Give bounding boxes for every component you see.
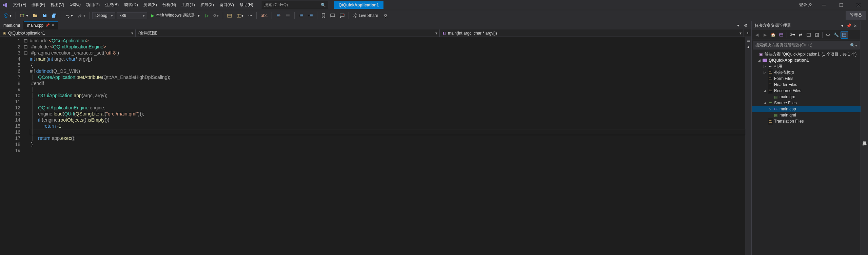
close-button[interactable] — [851, 0, 866, 10]
global-search-input[interactable]: 搜索 (Ctrl+Q) 🔍 — [261, 1, 329, 9]
uncomment-button[interactable] — [338, 12, 346, 19]
project-node[interactable]: ◢++QtQuickApplication1 — [752, 57, 861, 63]
qml-icon: ▤ — [773, 113, 778, 118]
solution-panel-title: 解决方案资源管理器 — [754, 23, 839, 28]
menu-item[interactable]: 调试(D) — [121, 0, 141, 10]
toolbox-3-button[interactable]: ⋯ — [246, 12, 254, 19]
live-share-button[interactable]: Live Share — [351, 12, 380, 19]
tab-dropdown-button[interactable]: ▾ — [735, 22, 741, 29]
menu-item[interactable]: 窗口(W) — [217, 0, 237, 10]
undo-button[interactable]: ▾ — [63, 12, 75, 19]
form-files-node[interactable]: 🗀Form Files — [752, 76, 861, 82]
svg-point-8 — [384, 14, 387, 16]
menu-item[interactable]: 测试(S) — [141, 0, 160, 10]
folder-icon: 🗀 — [768, 75, 773, 82]
menu-item[interactable]: 编辑(E) — [29, 0, 48, 10]
open-file-button[interactable] — [31, 12, 39, 19]
search-icon: 🔍 — [321, 3, 326, 7]
login-button[interactable]: 登录 — [797, 1, 814, 9]
header-files-node[interactable]: 🗀Header Files — [752, 82, 861, 88]
code-editor[interactable]: #include <QGuiApplication> #include <QQm… — [30, 37, 745, 255]
nav-function-dropdown[interactable]: ◧ main(int argc, char * argv[]) — [440, 29, 744, 37]
resource-files-node[interactable]: ◢🗀Resource Files — [752, 88, 861, 94]
save-all-button[interactable] — [50, 12, 58, 19]
start-no-debug-button[interactable]: ▷ — [204, 12, 210, 19]
comment-button[interactable] — [329, 12, 337, 19]
main-cpp-node[interactable]: ▷++main.cpp — [752, 106, 861, 112]
back-nav-button[interactable]: ◀ — [753, 31, 761, 39]
preview-button[interactable] — [841, 31, 848, 39]
menu-item[interactable]: 分析(N) — [160, 0, 179, 10]
panel-pin-button[interactable]: 📌 — [846, 23, 851, 28]
menu-item[interactable]: 文件(F) — [10, 0, 29, 10]
close-tab-icon[interactable]: ✕ — [52, 23, 54, 27]
menu-item[interactable]: 扩展(X) — [198, 0, 217, 10]
bookmark-button[interactable] — [320, 12, 327, 19]
references-node[interactable]: ▷▪▪引用 — [752, 63, 861, 69]
filter-button[interactable]: ⟳▾ — [789, 31, 796, 39]
properties-button[interactable]: 🔧 — [832, 31, 840, 39]
translation-files-node[interactable]: 🗀Translation Files — [752, 118, 861, 124]
code-button[interactable]: <> — [824, 31, 832, 39]
platform-dropdown[interactable]: x86 — [117, 12, 147, 19]
editor-tab[interactable]: main.qml — [0, 21, 24, 29]
feedback-button[interactable] — [381, 12, 390, 19]
switch-view-button[interactable] — [777, 31, 785, 39]
function-icon: ◧ — [442, 31, 446, 35]
home-button[interactable]: 🏠 — [769, 31, 777, 39]
nav-add-button[interactable]: + — [744, 29, 751, 37]
fwd-nav-button[interactable]: ▶ — [761, 31, 769, 39]
menu-item[interactable]: 工具(T) — [179, 0, 197, 10]
step-button[interactable]: ⟳▾ — [212, 12, 220, 19]
config-dropdown[interactable]: Debug — [92, 12, 115, 19]
right-tool-strip[interactable]: 服务工具箱 — [861, 21, 868, 255]
external-deps-node[interactable]: ▷🗀外部依赖项 — [752, 69, 861, 76]
nav-back-button[interactable]: ▾ — [2, 12, 13, 19]
main-qml-node[interactable]: ▤main.qml — [752, 112, 861, 118]
svg-rect-4 — [228, 14, 232, 17]
vs-logo-icon — [0, 2, 10, 8]
panel-close-button[interactable]: ✕ — [852, 23, 858, 28]
editor-tab[interactable]: main.cpp📌✕ — [24, 21, 58, 29]
split-button[interactable]: ▭ — [747, 38, 750, 43]
pin-icon[interactable]: 📌 — [45, 23, 50, 27]
indent-icon[interactable] — [274, 12, 282, 19]
redo-button[interactable]: ▾ — [76, 12, 87, 19]
folder-icon: 🗀 — [768, 69, 773, 76]
folder-icon: 🗀 — [768, 87, 773, 94]
svg-rect-0 — [840, 3, 843, 7]
toolbox-2-button[interactable]: ▾ — [235, 12, 245, 19]
toolbox-1-button[interactable] — [225, 12, 234, 19]
scroll-up-button[interactable]: ▴ — [747, 44, 749, 49]
folder-icon: 🗀 — [768, 101, 773, 105]
spell-check-button[interactable]: abc — [259, 12, 269, 19]
menu-item[interactable]: 视图(V) — [48, 0, 67, 10]
admin-badge: 管理员 — [846, 11, 866, 20]
save-button[interactable] — [41, 12, 49, 19]
new-item-button[interactable]: ▾ — [18, 12, 29, 19]
maximize-button[interactable] — [833, 0, 849, 10]
format-button[interactable] — [284, 12, 292, 19]
sync-button[interactable]: ⇄ — [797, 31, 804, 39]
collapse-button[interactable] — [813, 31, 821, 39]
indent-button[interactable] — [307, 12, 315, 19]
qrc-file-node[interactable]: ▤main.qrc — [752, 94, 861, 100]
minimize-button[interactable] — [816, 0, 831, 10]
nav-scope-dropdown[interactable]: (全局范围) — [136, 29, 440, 37]
menu-item[interactable]: 帮助(H) — [237, 0, 256, 10]
show-all-button[interactable] — [805, 31, 812, 39]
menu-item[interactable]: Git(G) — [67, 0, 83, 10]
cpp-icon: ++ — [773, 107, 778, 111]
source-files-node[interactable]: ◢🗀Source Files — [752, 100, 861, 106]
start-debug-button[interactable]: ▶本地 Windows 调试器 ▾ — [149, 12, 203, 19]
panel-dropdown-button[interactable]: ▾ — [840, 23, 845, 28]
project-name-tag: QtQuickApplication1 — [334, 1, 384, 9]
solution-node[interactable]: ▣解决方案 'QtQuickApplication1' (1 个项目，共 1 个… — [752, 51, 861, 57]
svg-rect-9 — [807, 33, 810, 37]
nav-project-dropdown[interactable]: ▣ QtQuickApplication1 — [0, 29, 136, 37]
tab-settings-button[interactable]: ⚙ — [742, 22, 749, 29]
menu-item[interactable]: 生成(B) — [102, 0, 121, 10]
solution-search-input[interactable]: 搜索解决方案资源管理器(Ctrl+;) 🔍▾ — [753, 41, 860, 49]
menu-item[interactable]: 项目(P) — [83, 0, 102, 10]
outdent-button[interactable] — [297, 12, 305, 19]
